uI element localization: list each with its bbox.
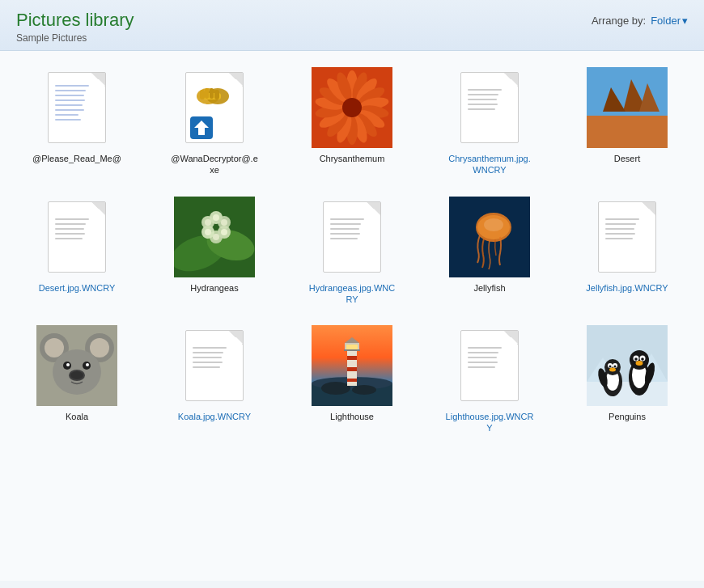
item-desert[interactable]: Desert	[562, 63, 692, 180]
svg-point-47	[213, 234, 219, 240]
item-label-koala-wncry: Koala.jpg.WNCRY	[178, 411, 251, 422]
item-hydrangeas[interactable]: Hydrangeas	[150, 192, 279, 310]
item-icon-jellyfish	[449, 197, 530, 277]
svg-rect-76	[346, 345, 358, 350]
jellyfish-image	[449, 197, 530, 277]
koala-image	[36, 325, 117, 406]
chrysanthemum-image	[312, 67, 392, 148]
item-label-wana-decryptor: @WanaDecryptor@.exe	[170, 153, 259, 176]
svg-rect-31	[587, 116, 668, 148]
svg-point-48	[205, 229, 211, 235]
file-grid: @Please_Read_Me@	[12, 59, 692, 442]
item-penguins[interactable]: Penguins	[562, 321, 692, 438]
svg-point-63	[86, 363, 89, 366]
svg-point-53	[484, 218, 503, 231]
item-chrysanthemum[interactable]: Chrysanthemum	[287, 63, 417, 180]
item-label-please-read-me: @Please_Read_Me@	[32, 153, 121, 164]
penguins-image	[587, 325, 668, 406]
item-icon-lighthouse-wncry	[449, 325, 530, 406]
item-icon-chrysanthemum-wncry	[449, 67, 530, 148]
lined-doc-icon	[48, 72, 106, 143]
svg-point-29	[342, 98, 362, 117]
item-koala[interactable]: Koala	[12, 321, 142, 438]
wncry-doc-icon-4	[598, 201, 656, 273]
library-subtitle: Sample Pictures	[16, 32, 134, 44]
item-label-lighthouse: Lighthouse	[330, 411, 374, 422]
item-label-desert-wncry: Desert.jpg.WNCRY	[39, 282, 116, 294]
item-chrysanthemum-wncry[interactable]: Chrysanthemum.jpg.WNCRY	[425, 63, 554, 180]
handshake-image	[192, 78, 232, 115]
wncry-doc-icon-5	[185, 330, 244, 401]
item-label-jellyfish-wncry: Jellyfish.jpg.WNCRY	[586, 282, 668, 294]
svg-rect-5	[210, 88, 214, 99]
item-icon-koala-wncry	[174, 325, 255, 406]
item-label-jellyfish: Jellyfish	[473, 282, 505, 294]
svg-point-70	[352, 385, 376, 395]
header-right: Arrange by: Folder ▾	[592, 15, 688, 27]
svg-point-58	[90, 338, 109, 357]
header-left: Pictures library Sample Pictures	[16, 10, 134, 44]
item-icon-chrysanthemum	[312, 67, 392, 148]
blue-arrow-icon	[190, 116, 213, 139]
svg-point-88	[609, 366, 612, 368]
item-koala-wncry[interactable]: Koala.jpg.WNCRY	[150, 321, 279, 438]
wncry-doc-icon-2	[48, 201, 106, 273]
item-icon-koala	[36, 325, 117, 406]
item-lighthouse-wncry[interactable]: Lighthouse.jpg.WNCRY	[425, 321, 554, 438]
lighthouse-image	[312, 325, 392, 406]
item-label-hydrangeas: Hydrangeas	[190, 282, 238, 294]
item-icon-desert-wncry	[36, 197, 117, 277]
svg-point-62	[66, 363, 70, 366]
svg-rect-3	[200, 90, 205, 99]
svg-point-96	[634, 357, 638, 361]
item-jellyfish[interactable]: Jellyfish	[425, 192, 554, 310]
svg-rect-80	[587, 382, 668, 406]
item-label-hydrangeas-wncry: Hydrangeas.jpg.WNCRY	[307, 282, 397, 306]
svg-rect-72	[347, 356, 357, 360]
item-wana-decryptor[interactable]: @WanaDecryptor@.exe	[150, 63, 279, 180]
svg-point-85	[604, 359, 621, 375]
item-label-chrysanthemum: Chrysanthemum	[320, 153, 385, 164]
svg-rect-4	[205, 88, 209, 99]
svg-point-89	[614, 366, 617, 368]
item-label-lighthouse-wncry: Lighthouse.jpg.WNCRY	[445, 411, 534, 434]
item-icon-please-read-me	[36, 67, 117, 148]
svg-rect-73	[347, 367, 357, 371]
svg-rect-74	[347, 379, 357, 382]
svg-point-93	[630, 350, 649, 370]
hydrangeas-image	[174, 197, 255, 277]
library-title: Pictures library	[16, 10, 134, 31]
svg-point-49	[205, 219, 211, 226]
svg-point-98	[636, 361, 643, 366]
item-label-koala: Koala	[66, 411, 88, 422]
svg-rect-78	[344, 349, 360, 351]
item-label-penguins: Penguins	[609, 411, 646, 422]
item-icon-jellyfish-wncry	[587, 197, 668, 277]
item-lighthouse[interactable]: Lighthouse	[287, 321, 417, 438]
item-icon-penguins	[587, 325, 668, 406]
item-icon-lighthouse	[312, 325, 392, 406]
svg-point-97	[641, 357, 644, 361]
item-icon-wana-decryptor	[174, 67, 255, 148]
item-please-read-me[interactable]: @Please_Read_Me@	[12, 63, 142, 180]
svg-point-65	[70, 371, 83, 379]
arrange-dropdown-icon: ▾	[682, 15, 688, 27]
arrange-label: Arrange by:	[592, 15, 646, 27]
arrange-dropdown[interactable]: Folder ▾	[651, 15, 688, 27]
wncry-doc-icon-3	[323, 201, 381, 273]
header: Pictures library Sample Pictures Arrange…	[0, 0, 704, 51]
item-hydrangeas-wncry[interactable]: Hydrangeas.jpg.WNCRY	[287, 192, 417, 310]
svg-point-45	[221, 219, 227, 226]
item-icon-desert	[587, 67, 668, 148]
item-label-chrysanthemum-wncry: Chrysanthemum.jpg.WNCRY	[445, 153, 534, 176]
item-icon-hydrangeas	[174, 197, 255, 277]
arrange-value-text: Folder	[651, 15, 681, 27]
file-grid-container: @Please_Read_Me@	[0, 51, 704, 581]
svg-point-46	[221, 229, 227, 235]
wncry-doc-icon	[460, 72, 519, 143]
item-desert-wncry[interactable]: Desert.jpg.WNCRY	[12, 192, 142, 310]
item-jellyfish-wncry[interactable]: Jellyfish.jpg.WNCRY	[562, 192, 692, 310]
svg-point-69	[321, 382, 350, 395]
svg-point-90	[609, 368, 616, 372]
desert-image	[587, 67, 668, 148]
